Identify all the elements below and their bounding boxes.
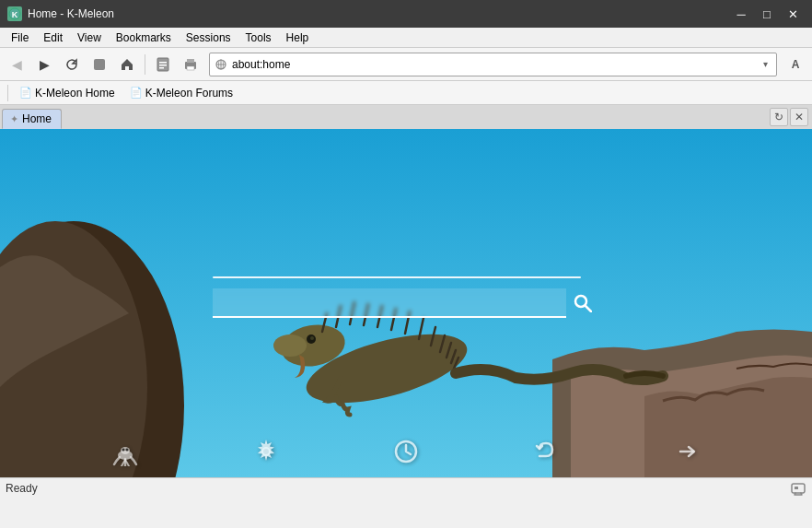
print-button[interactable] [178, 52, 203, 77]
app-icon: K [7, 6, 22, 21]
search-button[interactable] [566, 288, 599, 318]
reload-button[interactable] [59, 52, 85, 77]
title-bar-controls: ─ □ ✕ [729, 5, 805, 23]
close-button[interactable]: ✕ [781, 5, 805, 23]
svg-rect-9 [187, 66, 194, 70]
svg-rect-32 [795, 487, 798, 489]
status-text: Ready [6, 482, 38, 495]
svg-point-27 [122, 449, 125, 452]
svg-rect-5 [159, 65, 167, 66]
bookmark-kmeleon-forums[interactable]: 📄 K-Meleon Forums [124, 85, 238, 101]
menu-help[interactable]: Help [279, 28, 317, 47]
bookmark-kmeleon-home[interactable]: 📄 K-Meleon Home [14, 85, 121, 101]
maximize-button[interactable]: □ [755, 5, 779, 23]
tab-home[interactable]: ✦ Home [2, 109, 62, 129]
search-input[interactable] [213, 288, 566, 318]
menu-sessions[interactable]: Sessions [179, 28, 238, 47]
search-overlay [213, 288, 599, 318]
bookmark-label-1: K-Meleon Home [35, 87, 115, 100]
home-button[interactable] [114, 52, 140, 77]
status-icon [790, 481, 806, 496]
address-input[interactable] [232, 58, 758, 71]
svg-point-21 [310, 336, 314, 340]
tab-home-icon: ✦ [10, 113, 18, 125]
svg-line-24 [586, 306, 591, 311]
svg-point-28 [126, 449, 129, 452]
forward-button[interactable]: ▶ [31, 52, 57, 77]
content-area [0, 129, 812, 477]
menu-bookmarks[interactable]: Bookmarks [109, 28, 179, 47]
svg-rect-6 [159, 67, 164, 69]
title-bar: K Home - K-Meleon ─ □ ✕ [0, 0, 812, 28]
menu-bar: File Edit View Bookmarks Sessions Tools … [0, 28, 812, 48]
mascot-icon[interactable] [109, 435, 142, 468]
svg-rect-4 [159, 62, 167, 64]
window-title: Home - K-Meleon [28, 7, 114, 20]
bookmark-label-2: K-Meleon Forums [145, 87, 233, 100]
undo-icon[interactable] [529, 435, 563, 468]
history-icon[interactable] [389, 435, 423, 468]
bookmark-button[interactable] [150, 52, 176, 77]
menu-tools[interactable]: Tools [238, 28, 279, 47]
bookmark-icon-2: 📄 [130, 87, 143, 99]
minimize-button[interactable]: ─ [729, 5, 753, 23]
forward-nav-icon[interactable] [670, 435, 703, 468]
bookmarks-bar: 📄 K-Meleon Home 📄 K-Meleon Forums [0, 81, 812, 105]
status-right [790, 481, 806, 496]
toolbar: ◀ ▶ [0, 48, 812, 81]
svg-point-19 [273, 334, 307, 357]
tab-bar: ✦ Home ↻ ✕ [0, 105, 812, 129]
toolbar-separator [145, 54, 145, 75]
menu-view[interactable]: View [70, 28, 109, 47]
address-bar-container: ▾ [209, 53, 777, 76]
reader-view-button[interactable]: A [783, 52, 808, 77]
status-bar: Ready [0, 477, 812, 498]
title-bar-left: K Home - K-Meleon [7, 6, 114, 21]
svg-point-26 [121, 447, 130, 454]
menu-file[interactable]: File [4, 28, 36, 47]
tab-close-button[interactable]: ✕ [790, 108, 808, 126]
menu-edit[interactable]: Edit [36, 28, 70, 47]
svg-text:K: K [12, 10, 18, 19]
address-favicon [214, 57, 228, 72]
address-dropdown-button[interactable]: ▾ [758, 57, 772, 72]
settings-icon[interactable] [249, 435, 283, 468]
stop-button[interactable] [87, 52, 112, 77]
bookmarks-separator [7, 85, 8, 101]
svg-rect-22 [213, 276, 581, 278]
bottom-icons [0, 435, 812, 468]
svg-rect-8 [187, 59, 194, 63]
tab-right-controls: ↻ ✕ [770, 108, 808, 126]
back-button[interactable]: ◀ [4, 52, 29, 77]
tab-home-label: Home [22, 112, 52, 125]
bookmark-icon-1: 📄 [19, 87, 32, 99]
tab-reload-button[interactable]: ↻ [770, 108, 788, 126]
svg-rect-2 [94, 59, 105, 70]
